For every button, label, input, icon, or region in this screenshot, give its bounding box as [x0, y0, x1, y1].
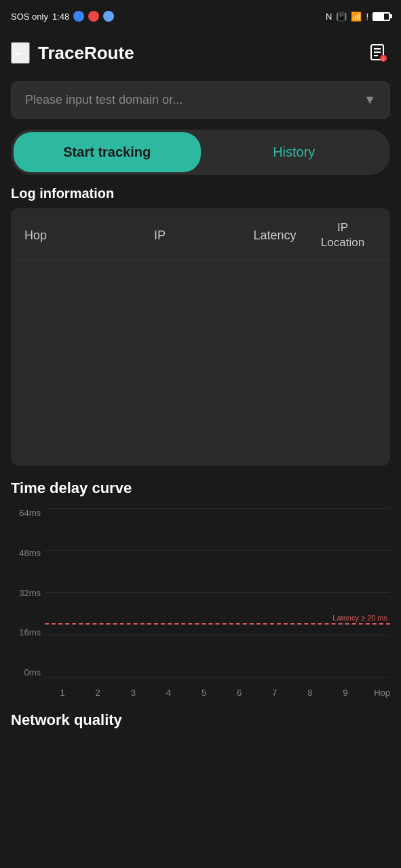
battery-icon	[373, 12, 390, 21]
x-label-5: 5	[186, 688, 221, 698]
dropdown-arrow-icon: ▼	[364, 93, 376, 107]
action-button-row: Start tracking History	[11, 130, 390, 175]
col-header-iplocation: IPLocation	[309, 220, 377, 250]
wifi-icon: 📶	[351, 12, 362, 22]
svg-text:!: !	[383, 57, 384, 62]
y-label-32: 32ms	[11, 588, 45, 598]
status-bar: SOS only 1:48 N 📳 📶 !	[0, 0, 401, 33]
document-list-icon: !	[368, 43, 387, 62]
status-time: 1:48	[52, 12, 69, 22]
y-label-48: 48ms	[11, 548, 45, 558]
back-button[interactable]: ←	[11, 42, 30, 64]
latency-threshold-line: Latency ≥ 20 ms	[45, 623, 390, 625]
alert-icon: !	[366, 12, 368, 22]
grid-line-75	[45, 550, 390, 551]
x-label-2: 2	[80, 688, 115, 698]
log-section-title: Log information	[11, 186, 390, 201]
log-table-body	[11, 260, 390, 464]
time-delay-section: Time delay curve 0ms 16ms 32ms 48ms 64ms…	[11, 479, 390, 698]
x-label-9: 9	[328, 688, 363, 698]
time-delay-title: Time delay curve	[11, 479, 390, 497]
grid-line-bottom	[45, 677, 390, 677]
y-label-16: 16ms	[11, 627, 45, 637]
x-label-8: 8	[292, 688, 328, 698]
app-icon-blue	[73, 11, 84, 22]
y-label-64: 64ms	[11, 508, 45, 518]
nfc-icon: N	[326, 12, 332, 22]
start-tracking-button[interactable]: Start tracking	[14, 132, 201, 172]
grid-line-50	[45, 592, 390, 593]
col-header-latency: Latency	[241, 229, 309, 243]
chart-y-labels: 0ms 16ms 32ms 48ms 64ms	[11, 508, 45, 677]
chart-area: 0ms 16ms 32ms 48ms 64ms Latency ≥ 20 ms …	[11, 508, 390, 698]
latency-threshold-label: Latency ≥ 20 ms	[332, 614, 387, 622]
chart-grid: Latency ≥ 20 ms	[45, 508, 390, 677]
col-header-ip: IP	[79, 229, 241, 243]
x-label-hop: Hop	[363, 688, 390, 698]
x-label-1: 1	[45, 688, 80, 698]
grid-line-25	[45, 635, 390, 635]
vibrate-icon: 📳	[336, 12, 347, 22]
log-table-header: Hop IP Latency IPLocation	[11, 208, 390, 260]
page-title: TraceRoute	[38, 43, 358, 64]
log-table: Hop IP Latency IPLocation	[11, 208, 390, 466]
x-label-6: 6	[222, 688, 257, 698]
top-nav: ← TraceRoute !	[0, 33, 401, 73]
status-left: SOS only 1:48	[11, 11, 114, 22]
network-quality-section: Network quality	[11, 711, 390, 729]
status-right: N 📳 📶 !	[326, 12, 390, 22]
app-icon-blue2	[103, 11, 114, 22]
x-label-4: 4	[151, 688, 186, 698]
y-label-0: 0ms	[11, 667, 45, 677]
menu-icon-button[interactable]: !	[366, 41, 390, 65]
grid-line-top	[45, 508, 390, 509]
col-header-hop: Hop	[24, 229, 79, 243]
app-icon-red	[88, 11, 99, 22]
network-quality-title: Network quality	[11, 711, 390, 729]
search-input-container[interactable]: Please input test domain or... ▼	[11, 81, 390, 119]
chart-x-labels: 1 2 3 4 5 6 7 8 9 Hop	[45, 684, 390, 698]
sos-text: SOS only	[11, 12, 48, 22]
x-label-3: 3	[115, 688, 151, 698]
x-label-7: 7	[257, 688, 292, 698]
history-button[interactable]: History	[201, 132, 388, 172]
search-placeholder: Please input test domain or...	[25, 93, 364, 107]
